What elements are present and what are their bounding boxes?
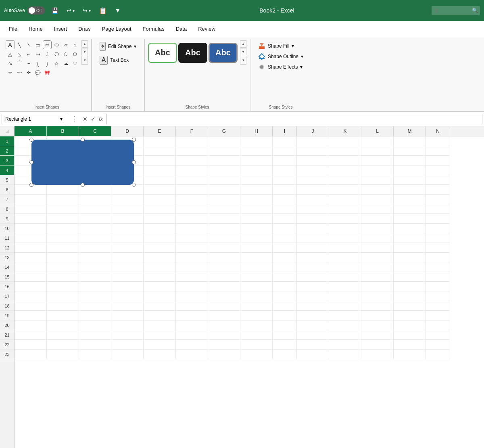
shape-pentagon-icon[interactable]: ⎔ bbox=[52, 50, 61, 59]
cell-23-10[interactable] bbox=[297, 350, 329, 359]
cell-3-7[interactable] bbox=[208, 156, 240, 165]
cell-23-6[interactable] bbox=[176, 350, 208, 359]
cell-6-5[interactable] bbox=[144, 185, 176, 195]
cell-4-11[interactable] bbox=[329, 165, 361, 175]
style-thumb-blue[interactable]: Abc bbox=[209, 43, 238, 63]
cell-13-7[interactable] bbox=[208, 253, 240, 262]
row-num-18[interactable]: 18 bbox=[0, 301, 14, 311]
cell-4-10[interactable] bbox=[297, 165, 329, 175]
cell-23-1[interactable] bbox=[15, 350, 47, 359]
cell-17-7[interactable] bbox=[208, 291, 240, 301]
shape-arc-icon[interactable]: ⌒ bbox=[15, 59, 24, 68]
cell-14-8[interactable] bbox=[240, 262, 273, 272]
cell-6-10[interactable] bbox=[297, 185, 329, 195]
shapes-scroll-more[interactable]: ▾ bbox=[81, 56, 88, 65]
cell-11-11[interactable] bbox=[329, 233, 361, 243]
cell-20-10[interactable] bbox=[297, 320, 329, 330]
cell-11-7[interactable] bbox=[208, 233, 240, 243]
row-num-7[interactable]: 7 bbox=[0, 195, 14, 204]
cell-19-5[interactable] bbox=[144, 311, 176, 320]
cell-7-13[interactable] bbox=[394, 195, 426, 204]
cell-23-11[interactable] bbox=[329, 350, 361, 359]
cell-21-1[interactable] bbox=[15, 330, 47, 340]
shape-trapezoid-icon[interactable]: ⏢ bbox=[71, 40, 79, 49]
cell-15-4[interactable] bbox=[111, 272, 144, 282]
cell-15-13[interactable] bbox=[394, 272, 426, 282]
cell-2-6[interactable] bbox=[176, 146, 208, 156]
cell-21-8[interactable] bbox=[240, 330, 273, 340]
cell-12-10[interactable] bbox=[297, 243, 329, 253]
formula-confirm-btn[interactable]: ✓ bbox=[91, 116, 96, 122]
cell-14-14[interactable] bbox=[426, 262, 450, 272]
shapes-scroll-down[interactable]: ▼ bbox=[81, 48, 88, 55]
cell-23-14[interactable] bbox=[426, 350, 450, 359]
cell-14-4[interactable] bbox=[111, 262, 144, 272]
cell-13-10[interactable] bbox=[297, 253, 329, 262]
shape-rect-icon[interactable]: ▭ bbox=[33, 40, 42, 49]
cell-12-2[interactable] bbox=[47, 243, 79, 253]
shape-oval-icon[interactable]: ⬭ bbox=[52, 40, 61, 49]
shape-curve-icon[interactable]: ⌢ bbox=[24, 59, 33, 68]
styles-scroll-more[interactable]: ▾ bbox=[240, 56, 246, 65]
cell-6-11[interactable] bbox=[329, 185, 361, 195]
cell-16-5[interactable] bbox=[144, 282, 176, 291]
cell-11-8[interactable] bbox=[240, 233, 273, 243]
handle-top-center[interactable] bbox=[81, 138, 85, 142]
cell-23-12[interactable] bbox=[361, 350, 394, 359]
shape-wave-icon[interactable]: ∿ bbox=[6, 59, 15, 68]
cell-20-12[interactable] bbox=[361, 320, 394, 330]
cell-22-11[interactable] bbox=[329, 340, 361, 350]
cell-19-7[interactable] bbox=[208, 311, 240, 320]
cell-21-10[interactable] bbox=[297, 330, 329, 340]
shape-brace-right-icon[interactable]: } bbox=[43, 59, 52, 68]
col-header-m[interactable]: M bbox=[394, 126, 426, 136]
row-num-20[interactable]: 20 bbox=[0, 320, 14, 330]
cell-13-5[interactable] bbox=[144, 253, 176, 262]
cell-23-13[interactable] bbox=[394, 350, 426, 359]
cell-15-1[interactable] bbox=[15, 272, 47, 282]
cell-22-1[interactable] bbox=[15, 340, 47, 350]
cell-13-1[interactable] bbox=[15, 253, 47, 262]
row-num-15[interactable]: 15 bbox=[0, 272, 14, 282]
cell-19-6[interactable] bbox=[176, 311, 208, 320]
cell-9-11[interactable] bbox=[329, 214, 361, 224]
shape-extra-icon[interactable] bbox=[52, 68, 61, 77]
cell-10-3[interactable] bbox=[79, 224, 111, 233]
cell-9-3[interactable] bbox=[79, 214, 111, 224]
cell-1-10[interactable] bbox=[297, 136, 329, 146]
menu-page-layout[interactable]: Page Layout bbox=[97, 23, 136, 34]
handle-top-left[interactable] bbox=[29, 138, 33, 142]
row-num-2[interactable]: 2 bbox=[0, 146, 14, 156]
cell-5-7[interactable] bbox=[208, 175, 240, 185]
cell-16-4[interactable] bbox=[111, 282, 144, 291]
cell-13-6[interactable] bbox=[176, 253, 208, 262]
cell-5-6[interactable] bbox=[176, 175, 208, 185]
cell-22-13[interactable] bbox=[394, 340, 426, 350]
cell-9-10[interactable] bbox=[297, 214, 329, 224]
cell-20-7[interactable] bbox=[208, 320, 240, 330]
cell-19-3[interactable] bbox=[79, 311, 111, 320]
cell-9-6[interactable] bbox=[176, 214, 208, 224]
cell-2-5[interactable] bbox=[144, 146, 176, 156]
cell-21-14[interactable] bbox=[426, 330, 450, 340]
row-num-21[interactable]: 21 bbox=[0, 330, 14, 340]
cell-12-6[interactable] bbox=[176, 243, 208, 253]
row-num-19[interactable]: 19 bbox=[0, 311, 14, 320]
cell-9-12[interactable] bbox=[361, 214, 394, 224]
cell-5-14[interactable] bbox=[426, 175, 450, 185]
col-header-a[interactable]: A bbox=[15, 126, 47, 136]
cell-7-12[interactable] bbox=[361, 195, 394, 204]
cell-5-13[interactable] bbox=[394, 175, 426, 185]
cell-14-1[interactable] bbox=[15, 262, 47, 272]
cell-16-6[interactable] bbox=[176, 282, 208, 291]
col-header-b[interactable]: B bbox=[47, 126, 79, 136]
cell-10-2[interactable] bbox=[47, 224, 79, 233]
cell-20-9[interactable] bbox=[273, 320, 297, 330]
cell-12-1[interactable] bbox=[15, 243, 47, 253]
cell-17-2[interactable] bbox=[47, 291, 79, 301]
edit-shape-button[interactable]: ⌖ Edit Shape ▾ bbox=[96, 40, 140, 52]
cell-23-9[interactable] bbox=[273, 350, 297, 359]
cell-17-8[interactable] bbox=[240, 291, 273, 301]
cell-14-3[interactable] bbox=[79, 262, 111, 272]
cell-14-9[interactable] bbox=[273, 262, 297, 272]
